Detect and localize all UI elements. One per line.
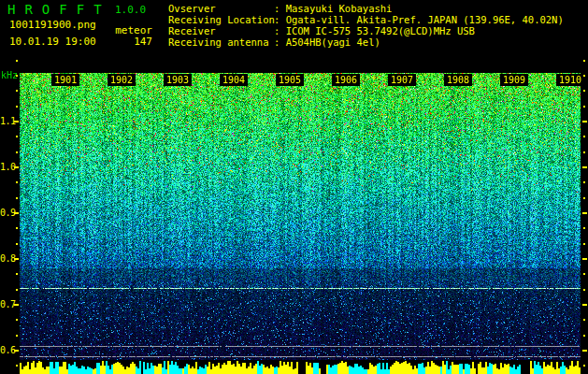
- freq-tick-mark: [583, 106, 585, 108]
- freq-tick-mark: [16, 365, 18, 367]
- hrofft-window: HROFFT 1.0.0 1001191900.png meteor 10.01…: [0, 0, 588, 374]
- freq-tick-mark: [16, 75, 18, 77]
- freq-tick-mark: [583, 227, 585, 229]
- freq-tick-mark: [16, 335, 18, 337]
- info-row: Receiving Location: Ogata-vill. Akita-Pr…: [168, 14, 564, 25]
- freq-tick-mark: [16, 90, 18, 92]
- info-label: Receiving antenna: [168, 36, 274, 48]
- freq-tick-mark: [16, 151, 18, 153]
- freq-tick-mark: [582, 258, 587, 260]
- info-row: Receiving antenna: A504HB(yagi 4el): [168, 36, 380, 48]
- freq-tick-label: 0.6: [0, 346, 14, 355]
- freq-tick-mark: [16, 227, 18, 229]
- freq-tick-mark: [583, 319, 585, 321]
- time-tick-label: 1902: [108, 74, 136, 86]
- info-value: : Masayuki Kobayashi: [274, 3, 392, 14]
- freq-tick-label: 1.1: [0, 117, 14, 126]
- app-title: HROFFT: [7, 3, 111, 16]
- freq-tick-mark: [16, 273, 18, 275]
- freq-tick-mark: [16, 136, 18, 137]
- spectrogram-canvas: [20, 73, 581, 374]
- time-tick-label: 1910: [556, 74, 584, 86]
- freq-tick-mark: [583, 335, 585, 337]
- time-tick-label: 1904: [220, 74, 248, 86]
- time-tick-label: 1901: [51, 74, 79, 86]
- info-label: Receiver: [168, 25, 274, 36]
- time-tick-label: 1905: [276, 74, 304, 86]
- freq-tick-label: 0.7: [0, 300, 14, 309]
- freq-tick-mark: [583, 289, 585, 291]
- info-row: Ovserver: Masayuki Kobayashi: [168, 3, 392, 14]
- freq-tick-mark: [14, 212, 19, 214]
- freq-tick-mark: [583, 75, 585, 77]
- info-value: : ICOM IC-575 53.7492(@LCD)MHz USB: [274, 25, 475, 36]
- time-tick-label: 1907: [388, 74, 416, 86]
- freq-tick-mark: [16, 181, 18, 183]
- filename: 1001191900.png: [9, 20, 96, 31]
- time-tick-label: 1903: [164, 74, 192, 86]
- freq-tick-mark: [582, 121, 587, 122]
- info-value: : A504HB(yagi 4el): [274, 36, 380, 48]
- freq-tick-mark: [583, 197, 585, 199]
- datetime: 10.01.19 19:00: [9, 36, 96, 48]
- time-tick-label: 1909: [500, 74, 528, 86]
- freq-tick-mark: [583, 273, 585, 275]
- freq-tick-mark: [583, 151, 585, 153]
- info-label: Receiving Location: [168, 14, 274, 25]
- freq-tick-mark: [582, 304, 587, 306]
- freq-tick-label: 0.8: [0, 254, 14, 264]
- freq-tick-mark: [583, 243, 585, 245]
- freq-tick-mark: [16, 60, 18, 62]
- freq-tick-mark: [583, 365, 585, 367]
- echo-count: 147: [115, 36, 152, 48]
- info-row: Receiver: ICOM IC-575 53.7492(@LCD)MHz U…: [168, 25, 475, 36]
- freq-tick-mark: [14, 166, 19, 168]
- freq-tick-mark: [583, 136, 585, 137]
- freq-tick-mark: [14, 121, 19, 122]
- freq-tick-mark: [582, 212, 587, 214]
- time-tick-label: 1908: [444, 74, 472, 86]
- freq-tick-mark: [14, 350, 19, 352]
- freq-tick-mark: [16, 106, 18, 108]
- time-tick-label: 1906: [332, 74, 360, 86]
- freq-tick-mark: [16, 243, 18, 245]
- freq-tick-mark: [582, 166, 587, 168]
- freq-tick-mark: [16, 289, 18, 291]
- freq-tick-mark: [16, 319, 18, 321]
- app-version: 1.0.0: [115, 5, 146, 16]
- freq-tick-mark: [16, 197, 18, 199]
- info-label: Ovserver: [168, 3, 274, 14]
- info-value: : Ogata-vill. Akita-Pref. JAPAN (139.96E…: [274, 14, 564, 25]
- freq-tick-label: 1.0: [0, 163, 14, 172]
- freq-tick-mark: [14, 304, 19, 306]
- freq-tick-mark: [14, 258, 19, 260]
- freq-tick-label: 0.9: [0, 209, 14, 218]
- freq-tick-mark: [583, 181, 585, 183]
- freq-tick-mark: [583, 60, 585, 62]
- freq-tick-mark: [583, 90, 585, 92]
- freq-tick-mark: [582, 350, 587, 352]
